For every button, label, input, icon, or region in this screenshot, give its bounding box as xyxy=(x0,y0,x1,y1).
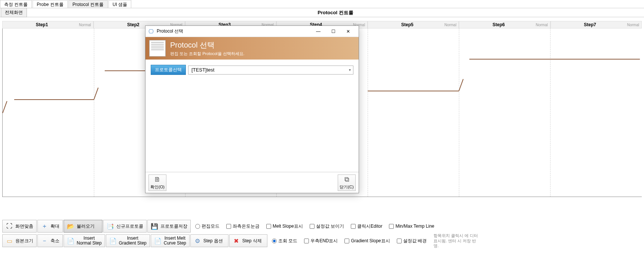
load-button[interactable]: 📂불러오기 xyxy=(64,220,102,233)
ok-button[interactable]: 🗎 확인(O) xyxy=(148,174,166,191)
set-value-bg-check[interactable]: 설정값 배경 xyxy=(397,238,427,244)
window-icon: 🖵 xyxy=(148,28,154,34)
toolbar-hint: 항목위치 클릭시 에 디터 표시됨. 엔터 시 저장 반영. xyxy=(433,233,478,248)
minmax-line-check[interactable]: Min/Max Temp Line xyxy=(389,224,434,229)
zoom-out-icon: － xyxy=(41,237,48,245)
bottom-toolbar: ⛶화면맞춤 ＋확대 📂불러오기 📑신규프로토콜 💾프로토콜저장 편집모드 좌측온… xyxy=(0,219,644,250)
save-icon: 💾 xyxy=(151,222,158,230)
protocol-select-label: 프로토콜선택 xyxy=(151,65,186,75)
insert-gradient-step-button[interactable]: 📄Insert Gradient Step xyxy=(106,234,150,247)
show-set-values-check[interactable]: 설정값 보이기 xyxy=(310,223,344,230)
chevron-down-icon: ▾ xyxy=(349,68,351,72)
zoom-in-icon: ＋ xyxy=(41,222,48,230)
new-protocol-button[interactable]: 📑신규프로토콜 xyxy=(103,220,147,233)
close-doc-icon: ⧉ xyxy=(344,176,349,183)
step-header[interactable]: Step5Normal xyxy=(368,21,459,28)
save-protocol-button[interactable]: 💾프로토콜저장 xyxy=(147,220,191,233)
dialog-header-title: Protocol 선택 xyxy=(170,40,245,50)
insert-melt-step-button[interactable]: 📄Insert Melt Curve Step xyxy=(151,234,190,247)
minimize-button[interactable]: — xyxy=(311,27,326,36)
insert-gradient-icon: 📄 xyxy=(109,237,117,245)
protocol-select-dialog: 🖵 Protocol 선택 — ☐ ✕ Protocol 선택 편집 또는 조회… xyxy=(145,25,359,193)
document-icon xyxy=(149,40,166,57)
right-end-check[interactable]: 우측END표시 xyxy=(304,238,338,244)
insert-step-icon: 📄 xyxy=(67,237,74,245)
view-mode-radio[interactable]: 조회 모드 xyxy=(272,238,297,244)
protocol-select-combo[interactable]: [TEST]test ▾ xyxy=(188,66,353,75)
fit-icon: ⛶ xyxy=(6,222,13,230)
insert-melt-icon: 📄 xyxy=(154,237,162,245)
zoom-in-button[interactable]: ＋확대 xyxy=(37,220,63,233)
tab-measure[interactable]: 측정 컨트롤 xyxy=(0,0,32,8)
delete-icon: ✖ xyxy=(233,237,240,245)
step-header[interactable]: Step1Normal xyxy=(2,21,93,28)
step-header[interactable]: Step7Normal xyxy=(551,21,642,28)
orig-size-button[interactable]: ▭원본크기 xyxy=(2,234,37,247)
dialog-titlebar[interactable]: 🖵 Protocol 선택 — ☐ ✕ xyxy=(145,26,359,37)
maximize-button[interactable]: ☐ xyxy=(326,27,341,36)
close-button[interactable]: ✕ xyxy=(341,27,356,36)
tab-ui-sample[interactable]: UI 샘플 xyxy=(108,0,131,8)
document-check-icon: 🗎 xyxy=(154,176,161,183)
step-option-button[interactable]: ⚙Step 옵션 xyxy=(190,234,229,247)
tab-probe[interactable]: Probe 컨트롤 xyxy=(33,0,67,8)
gear-icon: ⚙ xyxy=(194,237,201,245)
gradient-slope-check[interactable]: Gradient Slope표시 xyxy=(344,238,390,244)
main-tab-bar: 측정 컨트롤 Probe 컨트롤 Protocol 컨트롤 UI 샘플 xyxy=(0,0,644,8)
orig-size-icon: ▭ xyxy=(6,237,13,245)
step-header[interactable]: Step6Normal xyxy=(459,21,550,28)
page-title: Protocol 컨트롤 xyxy=(27,9,644,16)
new-icon: 📑 xyxy=(107,222,114,230)
click-editor-check[interactable]: 클릭시Editor xyxy=(351,223,382,230)
dialog-title: Protocol 선택 xyxy=(157,28,311,34)
fullscreen-button[interactable]: 전체화면 xyxy=(1,8,27,17)
dialog-header-subtitle: 편집 또는 조회할 Protocol을 선택하세요. xyxy=(170,51,245,57)
step-delete-button[interactable]: ✖Step 삭제 xyxy=(229,234,267,247)
fit-screen-button[interactable]: ⛶화면맞춤 xyxy=(2,220,37,233)
folder-icon: 📂 xyxy=(67,222,74,230)
melt-slope-check[interactable]: Melt Slope표시 xyxy=(266,223,303,230)
left-temp-scale-check[interactable]: 좌측온도눈금 xyxy=(226,223,260,230)
sub-bar: 전체화면 Protocol 컨트롤 xyxy=(0,8,644,17)
dialog-header: Protocol 선택 편집 또는 조회할 Protocol을 선택하세요. xyxy=(145,37,359,60)
insert-normal-step-button[interactable]: 📄Insert Normal Step xyxy=(64,234,105,247)
zoom-out-button[interactable]: －축소 xyxy=(37,234,63,247)
edit-mode-radio[interactable]: 편집모드 xyxy=(195,223,220,230)
tab-protocol[interactable]: Protocol 컨트롤 xyxy=(68,0,108,8)
dialog-close-button[interactable]: ⧉ 닫기(C) xyxy=(338,174,356,191)
protocol-select-value: [TEST]test xyxy=(191,67,214,73)
